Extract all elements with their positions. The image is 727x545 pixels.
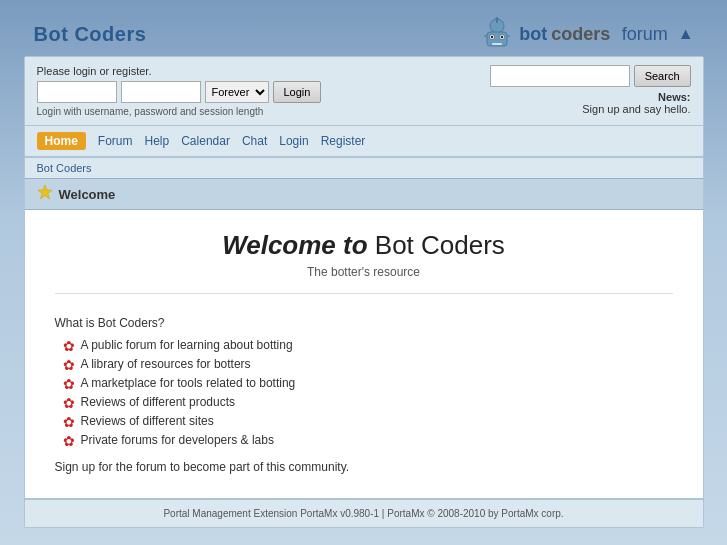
robot-icon [479,16,515,52]
svg-point-8 [496,17,499,20]
logo-bot-text: bot [519,24,547,45]
bullet-icon: ✿ [63,434,75,448]
svg-rect-10 [506,35,510,37]
session-select[interactable]: Forever [205,81,269,103]
header-logo: botcoders forum ▲ [479,16,693,52]
list-item: ✿ Private forums for developers & labs [63,433,673,448]
list-item: ✿ A library of resources for botters [63,357,673,372]
signup-text: Sign up for the forum to become part of … [55,460,673,474]
bullet-icon: ✿ [63,377,75,391]
nav-home[interactable]: Home [37,132,86,150]
search-button[interactable]: Search [634,65,691,87]
svg-point-5 [501,36,503,38]
news-text: Sign up and say hello. [582,103,690,115]
nav-register[interactable]: Register [321,134,366,148]
page-main-title: Welcome to Bot Coders [55,230,673,261]
login-label: Please login or register. [37,65,322,77]
bullet-icon: ✿ [63,339,75,353]
list-item: ✿ Reviews of different sites [63,414,673,429]
svg-rect-9 [484,35,488,37]
list-item: ✿ A public forum for learning about bott… [63,338,673,353]
svg-marker-11 [38,185,52,199]
welcome-star-icon [37,184,53,204]
logo-forum-text: forum [622,24,668,45]
news-label: News: [658,91,690,103]
list-item: ✿ A marketplace for tools related to bot… [63,376,673,391]
breadcrumb: Bot Coders [25,158,703,178]
logo-coders-text: coders [551,24,610,45]
password-input[interactable] [121,81,201,103]
svg-rect-6 [492,43,502,45]
features-list: ✿ A public forum for learning about bott… [55,338,673,448]
search-input[interactable] [490,65,630,87]
star-icon [37,184,53,200]
bullet-icon: ✿ [63,415,75,429]
svg-point-4 [491,36,493,38]
nav-login[interactable]: Login [279,134,308,148]
footer-text: Portal Management Extension PortaMx v0.9… [163,508,563,519]
bullet-icon: ✿ [63,396,75,410]
chevron-up-icon: ▲ [678,25,694,43]
page-subtitle: The botter's resource [55,265,673,294]
nav-help[interactable]: Help [145,134,170,148]
site-title: Bot Coders [34,23,147,46]
login-hint: Login with username, password and sessio… [37,106,322,117]
login-button[interactable]: Login [273,81,322,103]
nav-forum[interactable]: Forum [98,134,133,148]
nav-calendar[interactable]: Calendar [181,134,230,148]
what-is-title: What is Bot Coders? [55,316,673,330]
list-item: ✿ Reviews of different products [63,395,673,410]
username-input[interactable] [37,81,117,103]
breadcrumb-link[interactable]: Bot Coders [37,162,92,174]
welcome-bar-title: Welcome [59,187,116,202]
footer: Portal Management Extension PortaMx v0.9… [25,499,703,527]
bullet-icon: ✿ [63,358,75,372]
nav-chat[interactable]: Chat [242,134,267,148]
